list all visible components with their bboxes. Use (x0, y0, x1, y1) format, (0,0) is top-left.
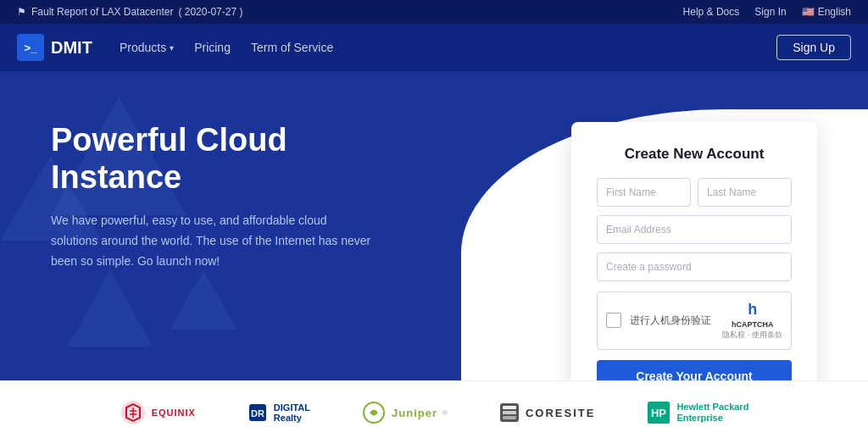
help-docs-link[interactable]: Help & Docs (683, 6, 740, 18)
digital-realty-logo: DR DIGITAL Realty (247, 402, 310, 424)
equinix-icon (120, 399, 147, 426)
svg-text:DR: DR (251, 408, 264, 419)
navbar: >_ DMIT Products ▾ Pricing Term of Servi… (0, 24, 868, 71)
password-input[interactable] (597, 252, 792, 281)
hero-content: Powerful Cloud Instance We have powerful… (0, 71, 868, 380)
svg-rect-7 (503, 416, 516, 419)
last-name-input[interactable] (698, 178, 792, 207)
signup-form-card: Create New Account 进行人机身份验证 h (571, 122, 817, 380)
logo[interactable]: >_ DMIT (17, 34, 92, 61)
logo-icon: >_ (17, 34, 44, 61)
hpe-logo: HP Hewlett Packard Enterprise (646, 400, 748, 425)
top-bar-right: Help & Docs Sign In 🇺🇸 English (683, 6, 851, 18)
hpe-text: Hewlett Packard Enterprise (676, 402, 748, 424)
form-title: Create New Account (597, 146, 792, 163)
flag-icon: 🇺🇸 (802, 6, 815, 18)
equinix-logo: EQUINIX (120, 399, 196, 426)
hpe-icon: HP (646, 400, 671, 425)
coresite-text: CORESITE (526, 407, 595, 419)
svg-rect-6 (503, 411, 516, 414)
alert-icon: ⚑ (17, 6, 26, 18)
hcaptcha-logo: h hCAPTCHA (722, 301, 782, 330)
equinix-text: EQUINIX (152, 408, 196, 418)
password-row (597, 252, 792, 281)
juniper-icon (361, 400, 387, 425)
navbar-left: >_ DMIT Products ▾ Pricing Term of Servi… (17, 34, 333, 61)
juniper-logo: Juniper ® (361, 400, 448, 425)
alert-text: Fault Report of LAX Datacenter (31, 6, 173, 18)
signup-button[interactable]: Sign Up (776, 35, 851, 60)
coresite-logo: CORESITE (498, 402, 595, 424)
captcha-left: 进行人机身份验证 (606, 313, 711, 328)
products-dropdown-arrow: ▾ (170, 43, 174, 53)
hero-description: We have powerful, easy to use, and affor… (51, 211, 373, 271)
create-account-button[interactable]: Create Your Account (597, 360, 792, 380)
captcha-right: h hCAPTCHA 隐私权 · 使用条款 (722, 301, 782, 341)
captcha-checkbox[interactable] (606, 313, 621, 328)
pricing-link[interactable]: Pricing (194, 41, 231, 54)
captcha-widget[interactable]: 进行人机身份验证 h hCAPTCHA 隐私权 · 使用条款 (597, 291, 792, 350)
hero-section: Powerful Cloud Instance We have powerful… (0, 71, 868, 380)
alert-section: ⚑ Fault Report of LAX Datacenter ( 2020-… (17, 6, 242, 18)
captcha-subtitle: 隐私权 · 使用条款 (722, 330, 782, 341)
juniper-text: Juniper (392, 407, 437, 419)
hero-headline: Powerful Cloud Instance (51, 122, 373, 196)
hero-text-block: Powerful Cloud Instance We have powerful… (51, 114, 373, 272)
digital-realty-icon: DR (247, 402, 269, 424)
name-row (597, 178, 792, 207)
lang-selector[interactable]: 🇺🇸 English (802, 6, 851, 18)
first-name-input[interactable] (597, 178, 691, 207)
captcha-label: 进行人机身份验证 (630, 313, 711, 328)
signin-link[interactable]: Sign In (754, 6, 786, 18)
logo-text: DMIT (51, 38, 92, 58)
nav-links: Products ▾ Pricing Term of Service (120, 41, 333, 54)
tos-link[interactable]: Term of Service (251, 41, 333, 54)
digital-realty-text: DIGITAL Realty (274, 402, 310, 423)
svg-text:HP: HP (651, 407, 666, 419)
svg-rect-5 (503, 406, 516, 409)
products-menu[interactable]: Products ▾ (120, 41, 174, 54)
juniper-trademark: ® (442, 409, 448, 417)
email-row (597, 215, 792, 244)
lang-label: English (818, 6, 851, 18)
partners-bar: EQUINIX DR DIGITAL Realty Juniper ® CORE… (0, 380, 868, 427)
top-bar: ⚑ Fault Report of LAX Datacenter ( 2020-… (0, 0, 868, 24)
email-input[interactable] (597, 215, 792, 244)
coresite-icon (498, 402, 520, 424)
alert-date: ( 2020-07-27 ) (178, 6, 242, 18)
